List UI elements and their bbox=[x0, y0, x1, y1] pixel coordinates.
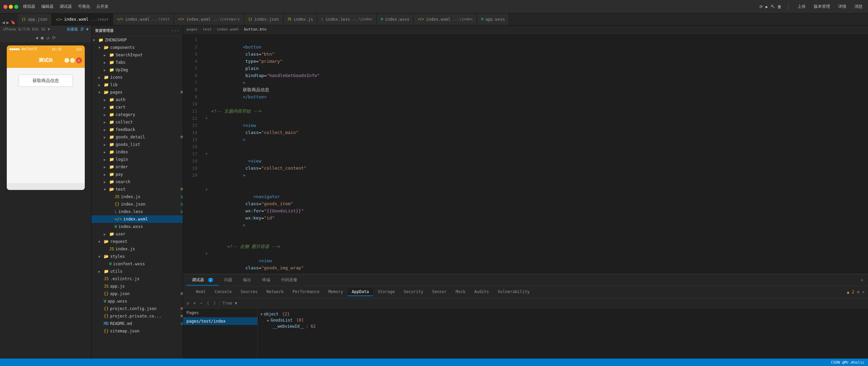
tab-app-json[interactable]: {} app.json bbox=[18, 14, 52, 25]
toolbar-visualize[interactable]: 可视化 bbox=[76, 3, 92, 10]
tree-item-searchinput[interactable]: ▶ 📁 SearchInput bbox=[92, 51, 183, 59]
appdata-add-btn[interactable]: + bbox=[193, 300, 197, 306]
toolbar-details[interactable]: 详情 bbox=[836, 3, 848, 10]
sim-ctrl-rotate[interactable]: ⟳ bbox=[52, 35, 56, 40]
toolbar-upload[interactable]: 上传 bbox=[795, 3, 808, 10]
tree-item-category[interactable]: ▶ 📁 category bbox=[92, 111, 183, 118]
panel-close-btn[interactable]: × bbox=[860, 277, 865, 283]
devtools-tab-security[interactable]: Security bbox=[400, 288, 428, 296]
devtools-tab-mock[interactable]: Mock bbox=[452, 288, 470, 296]
tree-item-utils[interactable]: ▶ 📁 utils bbox=[92, 268, 183, 275]
sidebar-more-icon[interactable]: ··· bbox=[171, 28, 179, 34]
tree-item-components[interactable]: ▼ 📂 components bbox=[92, 44, 183, 51]
tab-index-wxss[interactable]: W index.wxss bbox=[377, 14, 414, 25]
preview-icon[interactable]: ▶ bbox=[766, 4, 768, 9]
toolbar-messages[interactable]: 消息 bbox=[852, 3, 865, 10]
sim-ctrl-refresh[interactable]: ↺ bbox=[46, 35, 49, 40]
tree-item-order[interactable]: ▶ 📁 order bbox=[92, 163, 183, 171]
tab-app-wxss[interactable]: W app.wxss bbox=[477, 14, 509, 25]
appdata-right-btn[interactable]: ⟩ bbox=[213, 300, 217, 306]
tree-file-eslintrc[interactable]: JS .eslintrc.js bbox=[92, 275, 183, 283]
tree-item-feedback[interactable]: ▶ 📁 feedback bbox=[92, 126, 183, 133]
toolbar-editor[interactable]: 编辑器 bbox=[39, 3, 56, 10]
tree-root[interactable]: ▼ 📁 ZHENGSHOP bbox=[92, 36, 183, 44]
devtools-tab-vulnerability[interactable]: Vulnerability bbox=[494, 288, 534, 296]
tree-file-index-wxml[interactable]: </> index.wxml bbox=[92, 215, 183, 223]
tree-item-collect[interactable]: ▶ 📁 collect bbox=[92, 118, 183, 126]
devtools-tab-appdata[interactable]: AppData bbox=[348, 288, 373, 296]
sim-ctrl-home[interactable]: ● bbox=[41, 35, 43, 40]
sim-ctrl-back[interactable]: ◀ bbox=[35, 35, 38, 40]
tab-nav-back[interactable]: ◀ bbox=[2, 20, 5, 25]
phone-more-btn2[interactable] bbox=[70, 58, 75, 63]
toolbar-cloud[interactable]: 云开发 bbox=[94, 3, 111, 10]
tree-item-index-folder[interactable]: ▶ 📁 index bbox=[92, 148, 183, 156]
tree-item-lib[interactable]: ▶ 📁 lib bbox=[92, 81, 183, 89]
devtools-tab-performance[interactable]: Performance bbox=[289, 288, 323, 296]
devtools-tab-sensor[interactable]: Sensor bbox=[428, 288, 451, 296]
bottom-tab-terminal[interactable]: 终端 bbox=[257, 275, 276, 286]
data-root-arrow[interactable]: ▼ bbox=[260, 312, 262, 316]
tab-index-js[interactable]: JS index.js bbox=[283, 14, 317, 25]
toolbar-version-mgmt[interactable]: 版本管理 bbox=[812, 3, 832, 10]
compile-icon[interactable]: ⟳ bbox=[760, 4, 763, 9]
breadcrumb-item-wxml[interactable]: index.wxml bbox=[217, 27, 239, 32]
devtools-tab-memory[interactable]: Memory bbox=[324, 288, 347, 296]
tab-bookmark[interactable]: 🔖 bbox=[11, 20, 16, 25]
close-button[interactable] bbox=[3, 5, 7, 9]
tree-item-request[interactable]: ▼ 📂 request bbox=[92, 238, 183, 245]
devtools-settings-icon[interactable]: ⚙ bbox=[857, 290, 860, 294]
tree-item-pages[interactable]: ▼ 📂 pages M bbox=[92, 89, 183, 96]
tree-item-user[interactable]: ▶ 📁 user bbox=[92, 230, 183, 238]
tree-item-icons[interactable]: ▶ 📁 icons bbox=[92, 74, 183, 81]
tab-index-wxml-category[interactable]: </> index.wxml ...\category bbox=[174, 14, 244, 25]
page-item-test-index[interactable]: pages/test/index bbox=[183, 317, 257, 325]
tab-index-less[interactable]: L index.less ...\index bbox=[317, 14, 377, 25]
devtools-tab-audits[interactable]: Audits bbox=[470, 288, 493, 296]
tree-item-styles[interactable]: ▼ 📂 styles bbox=[92, 253, 183, 260]
devtools-tab-wxml[interactable]: Wxml bbox=[192, 288, 210, 296]
devtools-tab-sources[interactable]: Sources bbox=[236, 288, 262, 296]
tree-item-goods-list[interactable]: ▶ 📁 goods_list bbox=[92, 141, 183, 148]
data-goodslist-arrow[interactable]: ▶ bbox=[267, 319, 269, 322]
phone-more-btn[interactable] bbox=[64, 58, 69, 63]
tree-file-readme[interactable]: MD README.md U bbox=[92, 320, 183, 327]
tree-file-iconfont[interactable]: W iconfont.wxss bbox=[92, 260, 183, 268]
tree-file-project-config[interactable]: {} project.config.json M bbox=[92, 305, 183, 312]
phone-close-btn[interactable]: × bbox=[76, 57, 82, 63]
tree-file-index-js[interactable]: JS index.js U bbox=[92, 193, 183, 200]
tree-item-auth[interactable]: ▶ 📁 auth bbox=[92, 96, 183, 103]
devtools-close-icon[interactable]: × bbox=[862, 290, 865, 294]
tree-file-appjs[interactable]: JS app.js bbox=[92, 283, 183, 290]
tree-file-sitemap[interactable]: {} sitemap.json bbox=[92, 327, 183, 335]
tree-file-request-index[interactable]: JS index.js bbox=[92, 245, 183, 253]
tab-nav-forward[interactable]: ▶ bbox=[6, 20, 9, 25]
appdata-refresh-btn[interactable]: ↺ bbox=[186, 300, 190, 306]
breadcrumb-item-test[interactable]: test bbox=[203, 27, 212, 32]
bottom-tab-debugger[interactable]: 调试器 2 bbox=[186, 275, 219, 286]
phone-get-goods-btn[interactable]: 获取商品信息 bbox=[19, 75, 73, 87]
tab-index-wxml-test[interactable]: </> index.wxml ...\test bbox=[52, 14, 113, 25]
minimize-button[interactable] bbox=[9, 5, 13, 9]
tree-file-appjson[interactable]: {} app.json M bbox=[92, 290, 183, 297]
toolbar-simulator[interactable]: 模拟器 bbox=[21, 3, 37, 10]
tree-item-tabs[interactable]: ▶ 📁 Tabs bbox=[92, 59, 183, 66]
bottom-tab-output[interactable]: 输出 bbox=[238, 275, 257, 286]
tab-index-wxml-test1[interactable]: </> index.wxml ...\test bbox=[113, 14, 174, 25]
bottom-tab-code-quality[interactable]: 代码质量 bbox=[276, 275, 303, 286]
tree-file-appwxss[interactable]: W app.wxss bbox=[92, 297, 183, 305]
tree-file-index-json[interactable]: {} index.json U bbox=[92, 200, 183, 208]
maximize-button[interactable] bbox=[14, 5, 18, 9]
devtools-tab-console[interactable]: Console bbox=[211, 288, 236, 296]
bottom-tab-problems[interactable]: 问题 bbox=[219, 275, 238, 286]
appdata-minus-btn[interactable]: − bbox=[199, 300, 203, 306]
tree-item-goods-detail[interactable]: ▶ 📁 goods_detail M bbox=[92, 133, 183, 141]
breadcrumb-item-pages[interactable]: pages bbox=[186, 27, 198, 32]
tab-index-json[interactable]: {} index.json bbox=[244, 14, 283, 25]
tree-file-index-less[interactable]: L index.less U bbox=[92, 208, 183, 215]
real-debug-icon[interactable]: ⛏ bbox=[771, 4, 775, 9]
clear-store-icon[interactable]: 🗑 bbox=[777, 4, 782, 9]
appdata-left-btn[interactable]: ⟨ bbox=[206, 300, 210, 306]
tree-item-upimg[interactable]: ▶ 📁 UpImg bbox=[92, 66, 183, 74]
tree-item-test[interactable]: ▼ 📂 test M bbox=[92, 186, 183, 193]
